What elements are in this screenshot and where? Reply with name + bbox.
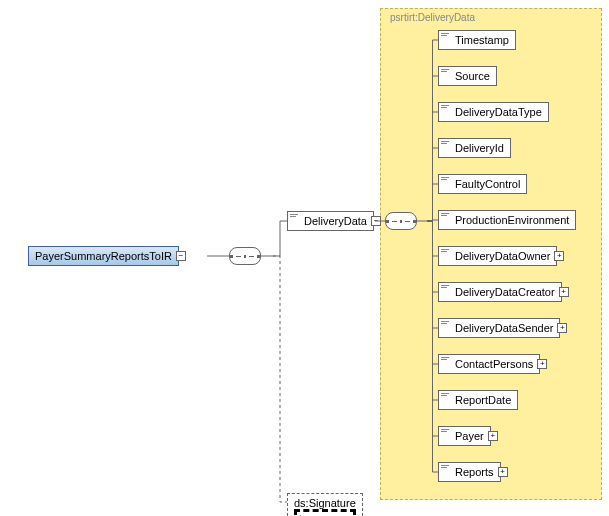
child-label: DeliveryDataType (455, 106, 542, 118)
child-label: Timestamp (455, 34, 509, 46)
element-deliveryid[interactable]: DeliveryId (438, 138, 511, 158)
child-label: ProductionEnvironment (455, 214, 569, 226)
root-element-payersummaryreportstoir[interactable]: PayerSummaryReportsToIR − (28, 246, 179, 266)
expand-icon[interactable]: + (537, 359, 547, 369)
element-icon (441, 393, 451, 399)
sequence-connector-deliverydata (385, 212, 417, 230)
element-productionenvironment[interactable]: ProductionEnvironment (438, 210, 576, 230)
namespace-label: psrtirt:DeliveryData (390, 12, 475, 23)
element-icon (441, 141, 451, 147)
element-deliverydatacreator[interactable]: DeliveryDataCreator+ (438, 282, 562, 302)
child-label: Source (455, 70, 490, 82)
element-contactpersons[interactable]: ContactPersons+ (438, 354, 540, 374)
element-icon (441, 249, 451, 255)
element-signature[interactable]: ds:Signature + (287, 493, 363, 516)
element-deliverydataowner[interactable]: DeliveryDataOwner+ (438, 246, 557, 266)
expand-icon[interactable]: + (294, 509, 356, 516)
element-deliverydatasender[interactable]: DeliveryDataSender+ (438, 318, 560, 338)
expand-icon[interactable]: + (488, 431, 498, 441)
deliverydata-label: DeliveryData (304, 215, 367, 227)
element-icon (441, 69, 451, 75)
sequence-connector-root (229, 247, 261, 265)
element-deliverydata[interactable]: DeliveryData − (287, 211, 374, 231)
expand-icon[interactable]: + (559, 287, 569, 297)
element-reports[interactable]: Reports+ (438, 462, 501, 482)
element-icon (441, 321, 451, 327)
element-icon (441, 357, 451, 363)
element-icon (441, 213, 451, 219)
element-icon (441, 465, 451, 471)
element-icon (441, 105, 451, 111)
expand-icon[interactable]: − (371, 216, 381, 226)
element-icon (290, 214, 300, 220)
expand-icon[interactable]: + (557, 323, 567, 333)
element-icon (441, 429, 451, 435)
expand-icon[interactable]: + (554, 251, 564, 261)
child-label: DeliveryDataSender (455, 322, 553, 334)
element-icon (441, 285, 451, 291)
child-label: FaultyControl (455, 178, 520, 190)
child-label: ReportDate (455, 394, 511, 406)
child-label: Reports (455, 466, 494, 478)
child-label: ContactPersons (455, 358, 533, 370)
element-timestamp[interactable]: Timestamp (438, 30, 516, 50)
child-label: DeliveryDataOwner (455, 250, 550, 262)
child-label: DeliveryDataCreator (455, 286, 555, 298)
element-deliverydatatype[interactable]: DeliveryDataType (438, 102, 549, 122)
child-label: DeliveryId (455, 142, 504, 154)
expand-icon[interactable]: + (498, 467, 508, 477)
signature-label: ds:Signature (294, 497, 356, 509)
child-label: Payer (455, 430, 484, 442)
expand-icon[interactable]: − (176, 251, 186, 261)
root-label: PayerSummaryReportsToIR (35, 250, 172, 262)
element-payer[interactable]: Payer+ (438, 426, 491, 446)
element-icon (441, 177, 451, 183)
element-icon (441, 33, 451, 39)
element-faultycontrol[interactable]: FaultyControl (438, 174, 527, 194)
element-source[interactable]: Source (438, 66, 497, 86)
element-reportdate[interactable]: ReportDate (438, 390, 518, 410)
